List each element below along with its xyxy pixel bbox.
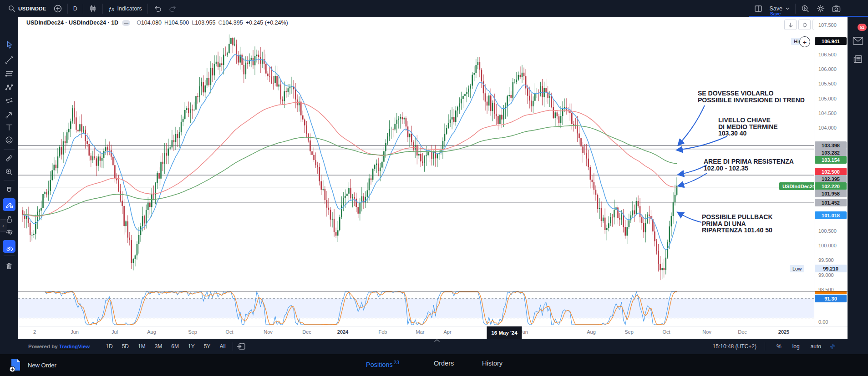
tab-orders[interactable]: Orders (434, 360, 454, 367)
price-tick: 104.500 (818, 110, 837, 116)
range-button-6m[interactable]: 6M (168, 342, 182, 351)
time-label: Aug (587, 329, 596, 335)
price-level-label: 102.395 (815, 175, 847, 183)
time-label: Oct (662, 329, 670, 335)
range-button-3m[interactable]: 3M (152, 342, 166, 351)
range-button-all[interactable]: All (216, 342, 228, 351)
chevron-down-icon (785, 7, 790, 10)
range-button-1m[interactable]: 1M (135, 342, 149, 351)
price-axis[interactable]: 107.500106.500106.000105.500105.000104.5… (814, 17, 848, 326)
compare-add-button[interactable] (50, 2, 66, 15)
time-label: Aug (147, 329, 156, 335)
time-axis[interactable]: 2JunJulAugSepOctNovDec2024FebMarAprJunAu… (18, 326, 868, 339)
time-label: Apr (443, 329, 451, 335)
settings-button[interactable] (813, 2, 828, 15)
scroll-to-recent-button[interactable] (784, 20, 797, 30)
adjust-scale-icon[interactable] (829, 343, 836, 350)
time-label: 2025 (778, 329, 789, 335)
add-alert-plus-button[interactable]: + (799, 36, 810, 47)
panel-expand-handle[interactable] (431, 338, 443, 343)
auto-scale-button[interactable]: auto (807, 342, 824, 351)
powered-by: Powered by TradingView (28, 344, 90, 349)
quick-search-button[interactable] (797, 2, 813, 15)
mail-icon (853, 36, 863, 45)
price-chart[interactable]: USDIndDec24 · USDIndDec24 · 1D — O104.08… (18, 17, 814, 326)
rail-divider (4, 180, 15, 180)
trading-panel-bar: New Order Positions23OrdersHistory (0, 354, 868, 376)
time-label: Oct (225, 329, 233, 335)
stoch-zero-tick: 0.00 (818, 319, 828, 325)
interval-button[interactable]: D (70, 2, 81, 15)
chart-canvas[interactable] (18, 17, 814, 326)
clock-label[interactable]: 15:10:48 (UTC+2) (713, 343, 756, 350)
news-icon (853, 55, 863, 64)
tool-drawing-mode[interactable] (3, 198, 15, 211)
log-scale-button[interactable]: log (789, 342, 803, 351)
price-level-label: 102.500 (815, 168, 847, 175)
gear-icon (817, 5, 825, 13)
price-tick: 100.500 (818, 228, 837, 234)
new-order-icon (9, 358, 22, 372)
tool-pattern-xabcd[interactable] (3, 81, 15, 94)
price-tick: 106.000 (818, 66, 837, 72)
range-button-1d[interactable]: 1D (102, 342, 116, 351)
tool-arrow-marker[interactable] (3, 108, 15, 121)
price-tick: 107.500 (818, 22, 837, 28)
ohlc-item: C104.395 (215, 20, 243, 26)
symbol-search-button[interactable]: USDINDDE (5, 2, 50, 15)
tool-fib-lines[interactable] (3, 67, 15, 80)
legend-visibility-icon[interactable]: — (122, 20, 130, 26)
go-to-date-button[interactable] (237, 342, 246, 351)
tool-forecast[interactable] (3, 95, 15, 107)
range-button-5y[interactable]: 5Y (201, 342, 214, 351)
ohlc-item: O104.080 (134, 20, 162, 26)
undo-button[interactable] (150, 2, 165, 15)
time-label: Nov (702, 329, 711, 335)
new-order-button[interactable]: New Order (9, 358, 56, 372)
tab-positions[interactable]: Positions23 (366, 360, 399, 368)
notifications-button[interactable] (853, 36, 863, 47)
price-level-label: 101.452 (815, 199, 847, 206)
pane-separator[interactable] (18, 291, 868, 291)
collapse-pane-button[interactable] (798, 20, 811, 30)
top-toolbar: USDINDDE D ƒx Indicators (0, 0, 868, 17)
axis-border (814, 17, 814, 339)
tool-sync-drawings[interactable] (3, 240, 15, 253)
toolbar-divider (147, 4, 148, 14)
go-to-date-icon (237, 342, 246, 351)
indicators-button[interactable]: ƒx Indicators (105, 2, 146, 15)
news-button[interactable] (853, 55, 863, 65)
price-tick: 106.500 (818, 52, 837, 57)
ohlc-item: L103.955 (189, 20, 215, 26)
tool-text[interactable] (3, 121, 15, 134)
layout-button[interactable] (751, 2, 766, 15)
time-label: Sep (188, 329, 197, 335)
legend-title: USDIndDec24 · USDIndDec24 · 1D (26, 20, 118, 26)
screenshot-button[interactable] (828, 2, 844, 15)
percent-scale-button[interactable]: % (773, 342, 785, 351)
horizontal-levels (18, 145, 814, 203)
tool-magnet[interactable] (3, 184, 15, 196)
sidebar-expand-handle[interactable]: › (0, 219, 7, 232)
price-level-label: 103.154 (815, 156, 847, 164)
chart-style-button[interactable] (85, 2, 101, 15)
tool-trend-line[interactable] (3, 54, 15, 66)
tool-emoji[interactable] (3, 134, 15, 146)
range-button-5d[interactable]: 5D (119, 342, 132, 351)
redo-button[interactable] (165, 2, 181, 15)
tab-history[interactable]: History (482, 360, 503, 367)
tool-zoom-in[interactable] (3, 165, 15, 178)
chart-legend: USDIndDec24 · USDIndDec24 · 1D — O104.08… (26, 20, 288, 26)
search-icon (8, 5, 15, 12)
price-tick: 99.000 (818, 272, 834, 278)
bottom-toolbar: Powered by TradingView 1D5D1M3M6M1Y5YAll… (0, 339, 868, 354)
range-button-1y[interactable]: 1Y (185, 342, 198, 351)
price-tick: 100.000 (818, 243, 837, 248)
tool-cursor[interactable] (3, 38, 15, 51)
price-tick: 99.500 (818, 257, 834, 263)
tradingview-link[interactable]: TradingView (59, 344, 90, 349)
drawn-arrows[interactable] (677, 105, 727, 222)
undo-icon (153, 5, 162, 12)
tool-measure[interactable] (3, 152, 15, 165)
tool-remove-drawings[interactable] (3, 259, 15, 272)
